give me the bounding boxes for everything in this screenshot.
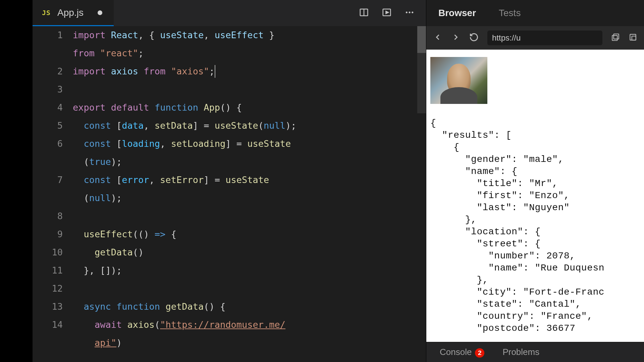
back-icon[interactable] <box>433 33 442 43</box>
tab-problems[interactable]: Problems <box>502 347 539 357</box>
svg-marker-3 <box>386 11 389 14</box>
code-content[interactable]: import React, { useState, useEffect } fr… <box>73 26 426 362</box>
more-icon[interactable] <box>405 7 415 19</box>
new-window-icon[interactable] <box>611 33 620 43</box>
json-output: { "results": [ { "gender": "male", "name… <box>430 117 640 335</box>
reload-icon[interactable] <box>469 33 479 43</box>
editor-tabbar: JS App.js <box>33 0 426 26</box>
svg-point-5 <box>409 12 411 13</box>
url-value: https://u <box>492 33 521 43</box>
devtools-tabbar: Console2 Problems <box>426 342 644 362</box>
minimap-scrollbar[interactable] <box>417 26 426 113</box>
tab-browser[interactable]: Browser <box>438 8 476 18</box>
js-file-icon: JS <box>42 9 51 17</box>
open-external-icon[interactable] <box>629 33 637 43</box>
svg-rect-7 <box>614 34 619 39</box>
browser-viewport[interactable]: { "results": [ { "gender": "male", "name… <box>426 50 644 342</box>
url-input[interactable]: https://u <box>487 31 602 45</box>
browser-toolbar: https://u <box>426 26 644 50</box>
split-editor-icon[interactable] <box>359 7 369 19</box>
line-number-gutter: 1 23456 7 891011121314 <box>33 26 73 362</box>
forward-icon[interactable] <box>451 33 461 43</box>
tab-filename: App.js <box>57 7 84 18</box>
preview-tabbar: Browser Tests <box>426 0 644 26</box>
preview-pane: Browser Tests https://u { "results": [ {… <box>426 0 644 362</box>
code-editor[interactable]: 1 23456 7 891011121314 import React, { u… <box>33 26 426 362</box>
preview-icon[interactable] <box>382 7 392 19</box>
ide-window: JS App.js 1 23456 7 891011121314 import … <box>33 0 644 362</box>
unsaved-dot-icon <box>98 10 102 15</box>
avatar-image <box>430 57 487 104</box>
console-label: Console <box>440 347 472 357</box>
tab-tests[interactable]: Tests <box>499 8 521 18</box>
console-badge: 2 <box>475 348 484 358</box>
svg-rect-8 <box>612 36 617 41</box>
editor-pane: JS App.js 1 23456 7 891011121314 import … <box>33 0 426 362</box>
svg-point-6 <box>412 12 413 13</box>
svg-rect-10 <box>632 36 636 40</box>
svg-point-4 <box>406 12 408 13</box>
tab-console[interactable]: Console2 <box>440 347 484 358</box>
minimap-thumb[interactable] <box>417 26 426 53</box>
editor-tab-actions <box>359 7 426 19</box>
editor-tab-appjs[interactable]: JS App.js <box>33 0 114 26</box>
